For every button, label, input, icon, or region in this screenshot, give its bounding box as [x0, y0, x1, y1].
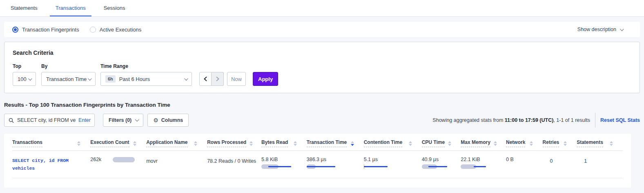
- chevron-down-icon: [135, 117, 139, 121]
- time-range-badge: 6h: [105, 75, 116, 83]
- execution-count-value: 262k: [90, 157, 101, 162]
- view-toggle-panel: Transaction Fingerprints Active Executio…: [4, 22, 640, 37]
- time-range-select[interactable]: 6h Past 6 Hours: [100, 72, 192, 86]
- filters-button[interactable]: Filters (0): [103, 114, 143, 127]
- transactions-table: Transactions Execution Count Application…: [12, 134, 623, 178]
- search-icon: [9, 118, 14, 123]
- chevron-down-icon: [184, 76, 188, 81]
- cpu-time-value: 40.9 µs: [422, 157, 439, 162]
- sort-icon[interactable]: [448, 141, 451, 146]
- chevron-down-icon: [28, 76, 32, 81]
- radio-unselected-icon[interactable]: [90, 27, 96, 33]
- table-row: SELECT city, id FROM vehicles 262k movr …: [12, 151, 623, 178]
- filters-label: Filters (0): [109, 117, 131, 123]
- show-description-toggle[interactable]: Show description: [577, 27, 632, 32]
- transaction-fingerprint-link[interactable]: SELECT city, id FROM vehicles: [12, 157, 80, 172]
- transactions-table-card: Transactions Execution Count Application…: [4, 134, 631, 188]
- search-criteria-card: Search Criteria Top 100 By Transaction T…: [4, 42, 640, 93]
- column-header-bytes-read[interactable]: Bytes Read: [261, 139, 288, 147]
- radio-transaction-fingerprints[interactable]: Transaction Fingerprints: [12, 27, 79, 33]
- column-header-transactions[interactable]: Transactions: [12, 139, 42, 147]
- cpu-time-bar: [422, 164, 453, 169]
- transaction-time-value: 386.3 µs: [307, 157, 326, 162]
- radio-selected-icon[interactable]: [12, 27, 18, 33]
- radio-active-executions[interactable]: Active Executions: [90, 27, 142, 33]
- chevron-right-icon: [216, 76, 220, 81]
- sort-icon[interactable]: [250, 141, 253, 146]
- sort-icon[interactable]: [530, 141, 533, 146]
- max-memory-value: 22.1 KiB: [461, 157, 480, 162]
- column-header-application-name[interactable]: Application Name: [146, 139, 187, 147]
- time-range-value: Past 6 Hours: [119, 76, 150, 82]
- by-field: By Transaction Time: [41, 63, 100, 86]
- column-header-rows-processed[interactable]: Rows Processed: [207, 139, 246, 147]
- column-header-transaction-time[interactable]: Transaction Time: [307, 139, 347, 147]
- radio-label: Active Executions: [100, 27, 142, 33]
- column-header-max-memory[interactable]: Max Memory: [461, 139, 490, 147]
- tab-statements[interactable]: Statements: [5, 0, 43, 16]
- top-field: Top 100: [13, 63, 36, 86]
- results-heading: Results - Top 100 Transaction Fingerprin…: [4, 102, 640, 108]
- search-input[interactable]: [17, 117, 76, 123]
- search-criteria-title: Search Criteria: [13, 49, 631, 56]
- by-select-value: Transaction Time: [46, 76, 87, 82]
- next-time-window-button[interactable]: [212, 72, 224, 86]
- column-header-execution-count[interactable]: Execution Count: [90, 139, 129, 147]
- max-memory-bar: [461, 164, 492, 169]
- search-enter-button[interactable]: Enter: [78, 117, 91, 123]
- radio-label: Transaction Fingerprints: [22, 27, 79, 33]
- chevron-down-icon: [620, 27, 624, 31]
- column-header-statements[interactable]: Statements: [577, 139, 603, 147]
- columns-button[interactable]: ⚙ Columns: [147, 114, 189, 127]
- sort-icon[interactable]: [77, 141, 80, 146]
- sort-icon[interactable]: [194, 141, 197, 146]
- columns-label: Columns: [161, 117, 183, 123]
- sort-icon[interactable]: [494, 141, 497, 146]
- table-header-row: Transactions Execution Count Application…: [12, 134, 623, 151]
- gear-icon: ⚙: [153, 117, 158, 123]
- time-range-field: Time Range 6h Past 6 Hours: [100, 63, 192, 86]
- show-description-label: Show description: [577, 27, 616, 32]
- sql-activity-tabbar: Statements Transactions Sessions: [0, 0, 644, 17]
- sort-icon[interactable]: [610, 141, 613, 146]
- divider: [595, 113, 595, 128]
- top-select-value: 100: [18, 76, 27, 82]
- column-header-cpu-time[interactable]: CPU Time: [422, 139, 445, 147]
- now-button[interactable]: Now: [227, 72, 246, 86]
- reset-sql-stats-link[interactable]: Reset SQL Stats: [600, 117, 640, 123]
- tab-sessions[interactable]: Sessions: [98, 0, 131, 16]
- statements-value: 1: [584, 157, 619, 164]
- column-header-network[interactable]: Network: [506, 139, 525, 147]
- time-window-arrows: [199, 72, 224, 86]
- sort-icon[interactable]: [133, 141, 136, 146]
- rows-processed-value: 78.2 Reads / 0 Writes: [207, 157, 257, 164]
- time-range-label: Time Range: [100, 63, 192, 69]
- application-name-value: movr: [146, 157, 203, 164]
- sort-icon[interactable]: [409, 141, 412, 146]
- by-select[interactable]: Transaction Time: [41, 72, 96, 86]
- column-header-contention-time[interactable]: Contention Time: [364, 139, 402, 147]
- tab-transactions[interactable]: Transactions: [50, 0, 91, 16]
- execution-count-bar: [113, 157, 135, 162]
- network-value: 0 B: [506, 157, 514, 162]
- contention-time-value: 5.1 µs: [364, 157, 378, 162]
- top-label: Top: [13, 63, 36, 69]
- search-box[interactable]: Enter: [4, 114, 95, 127]
- aggregated-stats-text: Showing aggregated stats from 11:00 to 1…: [432, 117, 590, 123]
- transaction-time-bar: [307, 164, 338, 169]
- previous-time-window-button[interactable]: [199, 72, 212, 86]
- chevron-down-icon: [88, 76, 92, 81]
- sort-icon-active-desc[interactable]: [351, 141, 354, 146]
- apply-button[interactable]: Apply: [253, 72, 278, 86]
- top-select[interactable]: 100: [13, 72, 36, 86]
- sort-icon[interactable]: [294, 141, 297, 146]
- column-header-retries[interactable]: Retries: [543, 139, 559, 147]
- stats-time-range: 11:00 to 17:59 (UTC): [505, 117, 553, 123]
- results-toolbar: Enter Filters (0) ⚙ Columns Showing aggr…: [4, 113, 640, 127]
- sort-icon[interactable]: [564, 141, 567, 146]
- bytes-read-value: 5.8 KiB: [261, 157, 278, 162]
- retries-value: 0: [550, 157, 573, 164]
- chevron-left-icon: [203, 76, 207, 81]
- aggregated-stats-area: Showing aggregated stats from 11:00 to 1…: [432, 113, 640, 128]
- contention-time-bar: [364, 164, 395, 169]
